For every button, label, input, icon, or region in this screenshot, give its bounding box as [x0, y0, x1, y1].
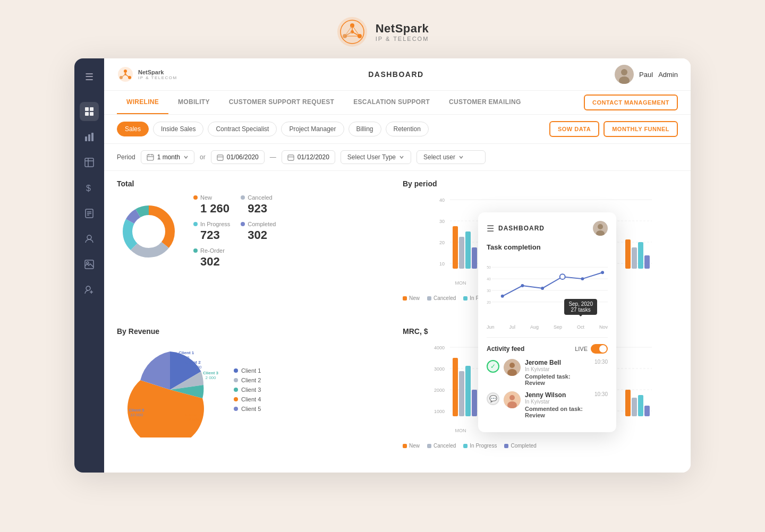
user-select[interactable]: Select user — [416, 150, 486, 164]
svg-rect-87 — [632, 247, 637, 269]
svg-point-30 — [86, 286, 90, 290]
svg-point-27 — [87, 235, 91, 239]
svg-rect-86 — [625, 239, 631, 269]
sidebar-item-gallery[interactable] — [80, 255, 99, 274]
svg-text:MON: MON — [455, 280, 466, 286]
svg-rect-15 — [90, 112, 94, 116]
by-revenue-chart-card: By Revenue — [117, 327, 392, 464]
tab-wireline[interactable]: WIRELINE — [117, 91, 168, 114]
task-completion-section: Task completion 50 40 30 20 — [487, 243, 608, 330]
logo-text: NetSpark IP & TELECOM — [376, 22, 429, 42]
period-duration-select[interactable]: 1 month — [141, 150, 194, 164]
pie-chart-area: Client 2 2 000 Client 3 2 000 Client 1 5… — [117, 342, 223, 437]
sidebar-item-table[interactable] — [80, 153, 99, 172]
date-from-value: 01/06/2020 — [227, 153, 259, 161]
period-duration-value: 1 month — [157, 153, 180, 161]
period-date-to[interactable]: 01/12/2020 — [282, 150, 335, 164]
filter-inside-sales[interactable]: Inside Sales — [153, 122, 203, 136]
user-type-select[interactable]: Select User Type — [341, 150, 411, 164]
period-date-from[interactable]: 01/06/2020 — [211, 150, 265, 164]
svg-rect-66 — [453, 226, 458, 269]
rev-legend-c2: Client 2 — [234, 377, 261, 383]
sidebar-item-dashboard[interactable] — [80, 102, 99, 121]
activity-location-1: In Kyivstar — [525, 366, 590, 372]
filter-project-manager[interactable]: Project Manager — [281, 122, 344, 136]
donut-chart — [117, 200, 181, 263]
mrc-legend-new: New — [403, 443, 420, 449]
sow-data-button[interactable]: SOW DATA — [549, 121, 599, 137]
filter-retention[interactable]: Retention — [386, 122, 429, 136]
activity-item-2: 💬 Jenny Wilson In Kyivstar Commented on … — [487, 391, 608, 418]
activity-time-1: 10:30 — [594, 359, 608, 365]
activity-time-2: 10:30 — [594, 391, 608, 397]
c1-dot — [234, 368, 238, 373]
legend-canceled-entry: Canceled — [434, 295, 456, 301]
tooltip-value: 27 tasks — [568, 307, 593, 313]
legend-new-entry: New — [409, 295, 420, 301]
comment-icon: 💬 — [487, 392, 499, 405]
svg-text:$: $ — [86, 184, 91, 193]
legend-inprogress-label: In Progress — [200, 221, 230, 227]
panel-menu-icon[interactable]: ☰ — [487, 224, 494, 234]
tab-mobility[interactable]: MOBILITY — [168, 91, 219, 114]
svg-rect-67 — [459, 237, 464, 269]
svg-rect-14 — [85, 112, 89, 116]
svg-text:30: 30 — [487, 289, 491, 293]
completed-dot — [241, 222, 245, 226]
svg-rect-116 — [472, 390, 477, 416]
legend-canceled-label: Canceled — [248, 194, 272, 201]
sidebar-item-users[interactable] — [80, 229, 99, 248]
filter-contract-specialist[interactable]: Contract Specialist — [208, 122, 277, 136]
live-label: LIVE — [575, 346, 588, 352]
rev-legend-c1: Client 1 — [234, 367, 261, 374]
contact-management-button[interactable]: CONTACT MANAGEMENT — [584, 95, 678, 110]
mrc-legend-canceled: Canceled — [427, 443, 456, 449]
svg-point-143 — [598, 224, 603, 229]
task-chart-area: 50 40 30 20 Sep, 2020 — [487, 256, 608, 320]
topbar-brand-name: NetSpark — [138, 69, 177, 75]
svg-rect-44 — [147, 155, 154, 160]
svg-point-160 — [509, 363, 515, 368]
monthly-funnel-button[interactable]: MONTHLY FUNNEL — [604, 121, 678, 137]
hamburger-icon[interactable]: ☰ — [81, 67, 98, 87]
activity-info-2: Jenny Wilson In Kyivstar Commented on ta… — [525, 391, 590, 418]
sidebar-item-dollar[interactable]: $ — [80, 178, 99, 198]
legend-entry-new: New — [403, 295, 420, 301]
legend-canceled: Canceled 923 — [241, 194, 277, 216]
svg-text:40: 40 — [487, 277, 491, 281]
legend-canceled-sq — [427, 296, 431, 301]
filter-sales[interactable]: Sales — [117, 122, 149, 136]
legend-inprogress-value: 723 — [193, 228, 230, 242]
tab-escalation[interactable]: ESCALATION SUPPORT — [344, 91, 439, 114]
live-toggle[interactable] — [591, 344, 608, 354]
legend-reorder-value: 302 — [193, 255, 230, 269]
sidebar-item-notes[interactable] — [80, 204, 99, 223]
user-type-placeholder: Select User Type — [347, 153, 396, 161]
total-donut-area: New 1 260 Canceled 923 — [117, 194, 392, 269]
sidebar-item-charts[interactable] — [80, 127, 99, 147]
svg-text:Client 5: Client 5 — [129, 408, 144, 413]
avatar-jenny — [504, 391, 521, 408]
tab-customer-support[interactable]: CUSTOMER SUPPORT REQUEST — [219, 91, 344, 114]
legend-completed-label: Completed — [248, 221, 276, 227]
svg-point-153 — [501, 295, 504, 298]
mrc-legend-inprogress: In Progress — [463, 443, 497, 449]
sidebar-item-add-user[interactable] — [80, 280, 99, 299]
filter-billing[interactable]: Billing — [348, 122, 381, 136]
dashboard-title: DASHBOARD — [177, 70, 615, 79]
svg-rect-88 — [638, 242, 643, 269]
svg-text:Client 2: Client 2 — [185, 360, 201, 365]
svg-text:Client 1: Client 1 — [178, 350, 194, 355]
activity-info-1: Jerome Bell In Kyivstar Completed task: … — [525, 359, 590, 386]
svg-text:2 000: 2 000 — [191, 365, 202, 370]
total-chart-title: Total — [117, 179, 392, 188]
tab-emailing[interactable]: CUSTOMER EMAILING — [439, 91, 531, 114]
tooltip-date: Sep, 2020 — [568, 301, 593, 307]
topbar-logo: NetSpark IP & TELECOM — [117, 66, 177, 83]
c3-dot — [234, 388, 238, 392]
svg-point-158 — [601, 271, 604, 274]
user-avatar — [615, 65, 634, 84]
svg-rect-17 — [88, 134, 90, 141]
legend-reorder-label: Re-Order — [200, 247, 225, 254]
user-type-chevron-icon — [399, 155, 404, 160]
